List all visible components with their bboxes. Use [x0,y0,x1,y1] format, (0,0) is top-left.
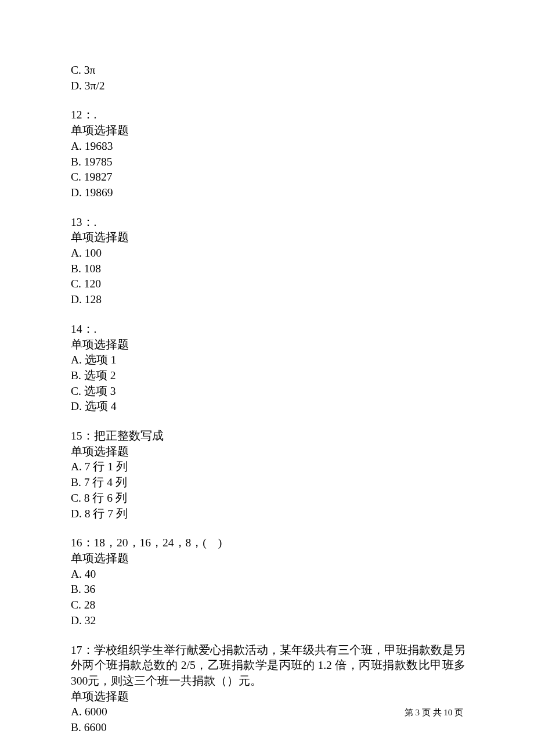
page-footer: 第 3 页 共 10 页 [405,707,463,719]
option-d: D. 32 [71,613,466,629]
page: C. 3π D. 3π/2 12：. 单项选择题 A. 19683 B. 197… [0,0,534,756]
option-c: C. 120 [71,276,466,292]
option-c: C. 8 行 6 列 [71,491,466,506]
page-number: 第 3 页 共 10 页 [405,708,463,717]
option-a: A. 选项 1 [71,352,466,368]
question-type: 单项选择题 [71,230,466,246]
option-b: B. 108 [71,261,466,277]
question-type: 单项选择题 [71,337,466,353]
option-c: C. 28 [71,597,466,613]
question-14: 14：. 单项选择题 A. 选项 1 B. 选项 2 C. 选项 3 D. 选项… [71,322,466,415]
option-d: D. 3π/2 [71,78,466,94]
question-type: 单项选择题 [71,123,466,139]
question-header: 14：. [71,322,466,337]
option-a: A. 19683 [71,139,466,154]
option-c: C. 3π [71,63,466,78]
option-a: A. 40 [71,567,466,582]
question-16: 16：18，20，16，24，8，( ) 单项选择题 A. 40 B. 36 C… [71,535,466,628]
option-a: A. 100 [71,246,466,261]
option-d: D. 128 [71,292,466,308]
question-12: 12：. 单项选择题 A. 19683 B. 19785 C. 19827 D.… [71,107,466,200]
option-d: D. 8 行 7 列 [71,506,466,522]
question-11-tail: C. 3π D. 3π/2 [71,63,466,93]
question-header: 12：. [71,107,466,123]
question-type: 单项选择题 [71,551,466,567]
option-b: B. 选项 2 [71,368,466,384]
question-header: 16：18，20，16，24，8，( ) [71,535,466,551]
option-c: C. 19827 [71,170,466,185]
question-17: 17：学校组织学生举行献爱心捐款活动，某年级共有三个班，甲班捐款数是另外两个班捐… [71,643,466,736]
option-a: A. 7 行 1 列 [71,459,466,475]
option-c: C. 选项 3 [71,384,466,399]
option-b: B. 6600 [71,720,466,736]
question-header: 15：把正整数写成 [71,429,466,444]
option-b: B. 36 [71,582,466,597]
question-13: 13：. 单项选择题 A. 100 B. 108 C. 120 D. 128 [71,215,466,308]
option-b: B. 7 行 4 列 [71,475,466,491]
question-type: 单项选择题 [71,689,466,705]
option-d: D. 选项 4 [71,399,466,415]
question-header: 17：学校组织学生举行献爱心捐款活动，某年级共有三个班，甲班捐款数是另外两个班捐… [71,643,466,689]
option-d: D. 19869 [71,185,466,201]
content-area: C. 3π D. 3π/2 12：. 单项选择题 A. 19683 B. 197… [71,63,466,750]
question-header: 13：. [71,215,466,231]
question-type: 单项选择题 [71,444,466,460]
question-15: 15：把正整数写成 单项选择题 A. 7 行 1 列 B. 7 行 4 列 C.… [71,429,466,521]
option-b: B. 19785 [71,154,466,170]
